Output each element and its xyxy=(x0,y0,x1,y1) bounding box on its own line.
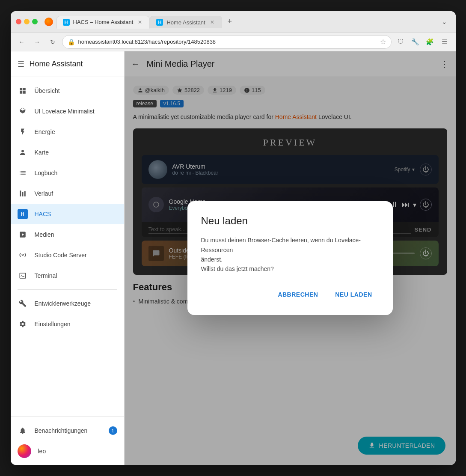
sidebar-label-user: leo xyxy=(38,448,46,455)
sidebar-label-lovelace: UI Lovelace Minimalist xyxy=(35,108,95,115)
uebersicht-icon xyxy=(18,86,28,96)
security-icon: 🔒 xyxy=(68,39,75,45)
tab-hacs-label: HACS – Home Assistant xyxy=(73,19,134,25)
app-layout: ☰ Home Assistant Übersicht UI Lovelace M… xyxy=(11,51,456,465)
sidebar-item-terminal[interactable]: Terminal xyxy=(11,265,124,286)
maximize-window-button[interactable] xyxy=(32,19,38,24)
main-content: ← Mini Media Player ⋮ @kalkih 52822 xyxy=(125,51,456,465)
sidebar-label-uebersicht: Übersicht xyxy=(35,87,60,94)
sidebar-item-verlauf[interactable]: Verlauf xyxy=(11,183,124,204)
sidebar-item-logbuch[interactable]: Logbuch xyxy=(11,163,124,183)
svg-rect-4 xyxy=(20,190,21,196)
verlauf-icon xyxy=(18,188,28,199)
sidebar-header: ☰ Home Assistant xyxy=(11,51,124,77)
address-bar[interactable]: 🔒 homeassistant03.local:8123/hacs/reposi… xyxy=(62,35,392,49)
sidebar-item-einstellungen[interactable]: Einstellungen xyxy=(11,314,124,334)
sidebar-bottom: Benachrichtigungen 1 leo xyxy=(11,416,124,465)
dialog-title: Neu laden xyxy=(201,215,379,227)
tools-icon[interactable]: 🔧 xyxy=(410,36,421,48)
svg-rect-2 xyxy=(20,91,22,94)
firefox-icon xyxy=(45,18,53,26)
sidebar-item-energie[interactable]: Energie xyxy=(11,122,124,142)
svg-rect-5 xyxy=(22,192,23,196)
dialog-actions: ABBRECHEN NEU LADEN xyxy=(201,288,379,301)
svg-rect-1 xyxy=(23,88,25,90)
sidebar-item-karte[interactable]: Karte xyxy=(11,142,124,163)
tabs-menu-button[interactable]: ⌄ xyxy=(439,16,451,28)
browser-titlebar: H HACS – Home Assistant ✕ H Home Assista… xyxy=(11,11,456,33)
sidebar-divider xyxy=(18,289,117,290)
dialog-body-line1: Du musst deinen Browser-Cache leeren, we… xyxy=(201,237,361,253)
dialog-body-line3: Willst du das jetzt machen? xyxy=(201,265,274,272)
sidebar-label-medien: Medien xyxy=(35,231,54,238)
sidebar-item-studio[interactable]: Studio Code Server xyxy=(11,245,124,265)
tab-ha-close[interactable]: ✕ xyxy=(209,19,216,26)
browser-tabs: H HACS – Home Assistant ✕ H Home Assista… xyxy=(56,15,435,28)
tab-hacs[interactable]: H HACS – Home Assistant ✕ xyxy=(56,16,150,29)
bell-icon xyxy=(18,425,28,436)
hacs-icon: H xyxy=(18,209,28,219)
sidebar-label-einstellungen: Einstellungen xyxy=(35,321,71,327)
sidebar-item-benachrichtigungen[interactable]: Benachrichtigungen 1 xyxy=(11,420,124,441)
sidebar-item-hacs[interactable]: H HACS xyxy=(11,204,124,224)
forward-button[interactable]: → xyxy=(31,36,43,48)
sidebar-item-uebersicht[interactable]: Übersicht xyxy=(11,80,124,101)
tab-hacs-favicon: H xyxy=(63,19,70,26)
sidebar-label-terminal: Terminal xyxy=(35,272,57,279)
sidebar-label-karte: Karte xyxy=(35,149,49,156)
sidebar: ☰ Home Assistant Übersicht UI Lovelace M… xyxy=(11,51,125,465)
sidebar-item-lovelace[interactable]: UI Lovelace Minimalist xyxy=(11,101,124,122)
tab-homeassistant[interactable]: H Home Assistant ✕ xyxy=(150,16,222,28)
energie-icon xyxy=(18,127,28,137)
dialog-body: Du musst deinen Browser-Cache leeren, we… xyxy=(201,235,379,274)
einstellungen-icon xyxy=(18,319,28,329)
terminal-icon xyxy=(18,271,28,281)
traffic-lights xyxy=(16,19,38,24)
studio-icon xyxy=(18,250,28,260)
sidebar-nav: Übersicht UI Lovelace Minimalist Energie xyxy=(11,77,124,416)
user-avatar xyxy=(18,444,31,458)
browser-action-icons: 🛡 🔧 🧩 ☰ xyxy=(395,36,451,48)
tab-hacs-close[interactable]: ✕ xyxy=(137,19,143,26)
sidebar-title: Home Assistant xyxy=(30,60,83,68)
dialog: Neu laden Du musst deinen Browser-Cache … xyxy=(187,201,393,315)
sidebar-item-medien[interactable]: Medien xyxy=(11,224,124,245)
logbuch-icon xyxy=(18,168,28,178)
bookmark-icon: ☆ xyxy=(380,38,386,46)
extensions-icon[interactable]: 🧩 xyxy=(424,36,436,48)
sidebar-label-verlauf: Verlauf xyxy=(35,190,53,197)
svg-rect-3 xyxy=(23,91,25,94)
close-window-button[interactable] xyxy=(16,19,21,24)
reload-button[interactable]: NEU LADEN xyxy=(328,288,379,301)
minimize-window-button[interactable] xyxy=(24,19,30,24)
refresh-button[interactable]: ↻ xyxy=(47,36,59,48)
dialog-body-line2: änderst. xyxy=(201,256,223,263)
sidebar-label-energie: Energie xyxy=(35,128,55,135)
tab-ha-favicon: H xyxy=(156,19,163,26)
sidebar-label-benachrichtigungen: Benachrichtigungen xyxy=(35,427,88,434)
svg-rect-0 xyxy=(20,88,22,90)
notification-badge: 1 xyxy=(109,426,117,435)
sidebar-menu-button[interactable]: ☰ xyxy=(18,60,24,69)
sidebar-item-entwickler[interactable]: Entwicklerwerkzeuge xyxy=(11,293,124,314)
security-shield-icon[interactable]: 🛡 xyxy=(395,36,407,48)
sidebar-label-studio: Studio Code Server xyxy=(35,252,87,259)
menu-icon[interactable]: ☰ xyxy=(439,36,451,48)
cancel-button[interactable]: ABBRECHEN xyxy=(271,288,325,301)
entwickler-icon xyxy=(18,298,28,309)
sidebar-label-hacs: HACS xyxy=(35,211,51,217)
tab-ha-label: Home Assistant xyxy=(166,19,205,26)
browser-navbar: ← → ↻ 🔒 homeassistant03.local:8123/hacs/… xyxy=(11,33,456,51)
medien-icon xyxy=(18,229,28,240)
url-text: homeassistant03.local:8123/hacs/reposito… xyxy=(78,39,377,45)
lovelace-icon xyxy=(18,106,28,116)
svg-rect-6 xyxy=(24,191,25,196)
back-button[interactable]: ← xyxy=(16,36,28,48)
sidebar-item-user[interactable]: leo xyxy=(11,441,124,461)
dialog-overlay: Neu laden Du musst deinen Browser-Cache … xyxy=(125,51,456,465)
sidebar-label-logbuch: Logbuch xyxy=(35,170,58,176)
new-tab-button[interactable]: + xyxy=(224,16,236,28)
karte-icon xyxy=(18,147,28,158)
sidebar-label-entwickler: Entwicklerwerkzeuge xyxy=(35,300,91,307)
